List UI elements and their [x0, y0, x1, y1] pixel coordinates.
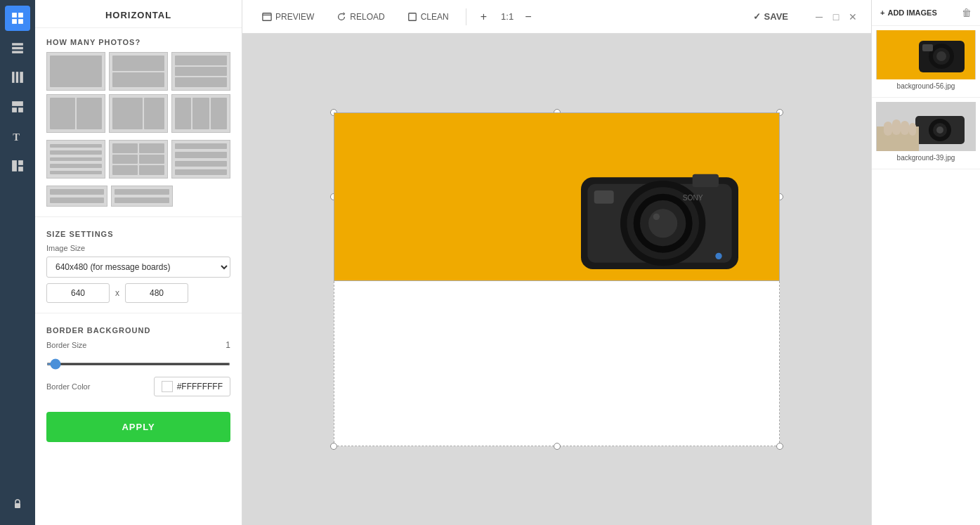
border-color-row: Border Color #FFFFFFFF — [46, 377, 230, 396]
border-size-slider-container — [46, 356, 230, 368]
trash-icon[interactable]: 🗑 — [962, 7, 972, 18]
svg-point-37 — [936, 51, 946, 61]
svg-rect-1 — [18, 13, 23, 18]
canvas-image-bottom[interactable] — [334, 281, 780, 446]
svg-rect-45 — [884, 122, 892, 136]
layout-option-4[interactable] — [46, 94, 105, 133]
svg-rect-38 — [922, 44, 933, 51]
svg-rect-5 — [12, 47, 23, 49]
window-controls: ─ □ ✕ — [812, 10, 860, 24]
svg-rect-16 — [18, 167, 23, 171]
svg-rect-8 — [16, 72, 18, 83]
svg-text:SONY: SONY — [683, 194, 703, 202]
color-swatch — [162, 381, 173, 392]
resize-handle-bottom-right[interactable] — [776, 443, 783, 450]
layout-option-2[interactable] — [109, 52, 168, 91]
svg-rect-2 — [12, 19, 17, 24]
sidebar-icon-columns[interactable] — [5, 65, 30, 90]
left-panel: HORIZONTAL HOW MANY PHOTOS? — [35, 0, 242, 525]
zoom-level-display: 1:1 — [501, 11, 514, 22]
svg-rect-6 — [12, 51, 23, 53]
close-button[interactable]: ✕ — [846, 10, 860, 24]
image-thumb-2[interactable]: background-39.jpg — [872, 98, 980, 169]
layout-option-5[interactable] — [109, 94, 168, 133]
svg-rect-48 — [909, 123, 916, 136]
image-size-label: Image Size — [46, 244, 230, 252]
border-color-label: Border Color — [46, 382, 90, 391]
svg-rect-11 — [12, 108, 17, 112]
layout-options-row2 — [35, 140, 242, 186]
clean-icon — [407, 12, 417, 22]
layout-option-10[interactable] — [46, 186, 107, 207]
border-size-label: Border Size — [46, 341, 86, 349]
layout-option-7[interactable] — [46, 140, 105, 179]
custom-size-row: x — [46, 283, 230, 303]
zoom-value: 1:1 — [501, 11, 514, 22]
svg-rect-29 — [594, 190, 614, 204]
zoom-plus-button[interactable]: − — [519, 6, 537, 27]
image-thumb-box-1 — [876, 30, 976, 79]
sidebar-icon-text[interactable]: T — [5, 124, 30, 149]
reload-button[interactable]: RELOAD — [328, 8, 393, 26]
toolbar: PREVIEW RELOAD CLEAN + 1:1 − ✓ SAVE ─ □ … — [242, 0, 871, 34]
sidebar-icon-lock[interactable] — [5, 491, 30, 517]
sidebar-icon-grid[interactable] — [5, 6, 30, 31]
image-thumb-box-2 — [876, 102, 976, 151]
layout-option-1[interactable] — [46, 52, 105, 91]
minimize-button[interactable]: ─ — [812, 10, 826, 24]
svg-rect-47 — [901, 121, 909, 135]
svg-point-27 — [648, 209, 677, 238]
apply-button[interactable]: APPLY — [46, 412, 230, 442]
svg-rect-10 — [12, 101, 23, 106]
svg-rect-4 — [12, 43, 23, 45]
border-size-value: 1 — [226, 340, 230, 350]
border-size-slider[interactable] — [46, 363, 230, 365]
svg-rect-46 — [892, 119, 901, 135]
save-label: SAVE — [764, 11, 788, 22]
svg-rect-3 — [18, 19, 23, 24]
canvas-wrapper: SONY — [334, 112, 780, 446]
reload-label: RELOAD — [350, 12, 384, 22]
preview-label: PREVIEW — [275, 12, 314, 22]
app-sidebar: T — [0, 0, 35, 525]
thumb-label-2: background-39.jpg — [876, 151, 976, 164]
canvas-image-top[interactable]: SONY — [334, 112, 780, 281]
how-many-photos-label: HOW MANY PHOTOS? — [35, 28, 242, 52]
preview-button[interactable]: PREVIEW — [254, 8, 322, 26]
add-plus-icon: + — [880, 8, 884, 17]
camera-illustration: SONY — [561, 133, 758, 281]
image-size-select[interactable]: 640x480 (for message boards) — [46, 257, 230, 278]
resize-handle-bottom-center[interactable] — [554, 443, 561, 450]
layout-option-9[interactable] — [171, 140, 230, 179]
save-button[interactable]: ✓ SAVE — [740, 6, 801, 27]
svg-point-43 — [936, 127, 943, 134]
add-images-button[interactable]: + ADD IMAGES — [880, 8, 937, 17]
reload-icon — [337, 12, 346, 22]
panel-title: HORIZONTAL — [35, 0, 242, 28]
sidebar-icon-layout[interactable] — [5, 94, 30, 119]
custom-height-input[interactable] — [125, 283, 188, 303]
sidebar-icon-rows[interactable] — [5, 35, 30, 60]
zoom-minus-button[interactable]: + — [475, 6, 492, 27]
layout-option-6[interactable] — [171, 94, 230, 133]
custom-width-input[interactable] — [46, 283, 110, 303]
svg-rect-0 — [12, 13, 17, 18]
add-images-label: ADD IMAGES — [887, 8, 936, 17]
svg-rect-30 — [693, 174, 719, 188]
sidebar-icon-panels[interactable] — [5, 153, 30, 179]
right-panel: + ADD IMAGES 🗑 background-56.jpg — [871, 0, 980, 525]
size-settings-label: SIZE SETTINGS — [35, 220, 242, 244]
layout-options — [35, 52, 242, 140]
border-color-picker[interactable]: #FFFFFFFF — [154, 377, 230, 396]
thumb-label-1: background-56.jpg — [876, 79, 976, 93]
maximize-button[interactable]: □ — [829, 10, 843, 24]
clean-button[interactable]: CLEAN — [399, 8, 457, 26]
layout-option-3[interactable] — [171, 52, 230, 91]
clean-label: CLEAN — [421, 12, 449, 22]
layout-option-11[interactable] — [111, 186, 172, 207]
border-color-value: #FFFFFFFF — [177, 382, 223, 391]
svg-point-28 — [653, 214, 660, 220]
image-thumb-1[interactable]: background-56.jpg — [872, 26, 980, 98]
resize-handle-bottom-left[interactable] — [330, 443, 337, 450]
layout-option-8[interactable] — [109, 140, 168, 179]
